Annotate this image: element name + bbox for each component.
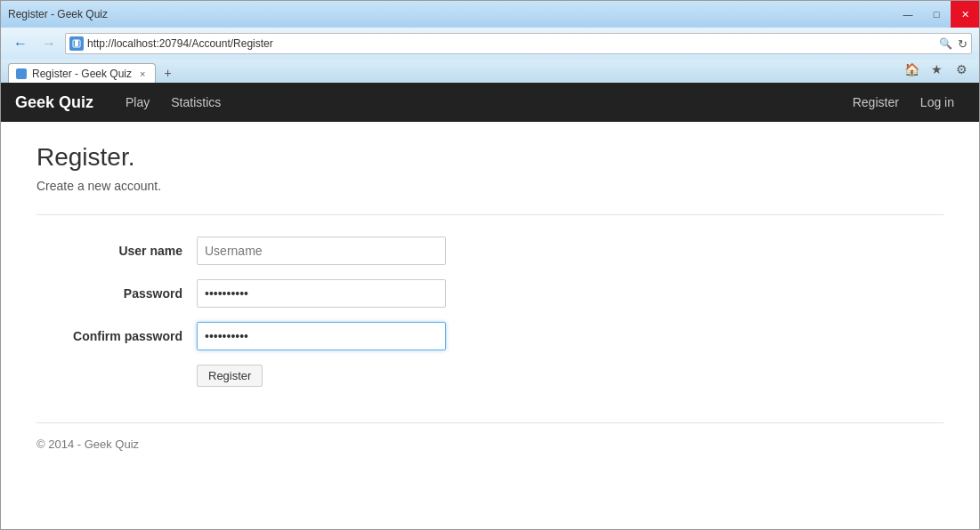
address-bar-row: ← → http://localhost:20794/Account/Regis…: [1, 28, 979, 60]
nav-link-statistics[interactable]: Statistics: [160, 83, 231, 122]
settings-icon[interactable]: ⚙: [951, 60, 972, 79]
new-tab-button[interactable]: +: [158, 63, 177, 83]
tab-favicon: [16, 68, 27, 79]
submit-row: Register: [72, 365, 944, 387]
confirm-password-row: Confirm password: [72, 322, 944, 350]
maximize-button[interactable]: □: [922, 1, 951, 28]
close-button[interactable]: ✕: [951, 1, 979, 28]
confirm-label: Confirm password: [72, 329, 197, 343]
nav-link-register[interactable]: Register: [842, 83, 910, 122]
active-tab[interactable]: Register - Geek Quiz ×: [8, 63, 156, 83]
tab-close-button[interactable]: ×: [137, 68, 148, 80]
nav-right: Register Log in: [842, 83, 965, 122]
brand-logo[interactable]: Geek Quiz: [15, 93, 93, 112]
submit-button[interactable]: Register: [197, 365, 263, 387]
top-divider: [36, 214, 944, 215]
tab-bar: Register - Geek Quiz × + 🏠 ★ ⚙: [1, 60, 979, 83]
password-label: Password: [72, 286, 197, 301]
page-subtitle: Create a new account.: [36, 179, 944, 193]
footer-divider: [36, 422, 944, 423]
username-label: User name: [72, 244, 197, 258]
minimize-button[interactable]: —: [894, 1, 922, 28]
password-row: Password: [72, 279, 944, 308]
nav-bar: Geek Quiz Play Statistics Register Log i…: [1, 83, 979, 122]
home-icon[interactable]: 🏠: [901, 60, 922, 79]
page-title: Register.: [36, 143, 944, 172]
address-field[interactable]: http://localhost:20794/Account/Register …: [65, 33, 972, 54]
username-row: User name: [72, 237, 944, 265]
refresh-icon[interactable]: ↻: [958, 37, 968, 51]
window-title: Register - Geek Quiz: [8, 8, 108, 20]
title-bar-controls: — □ ✕: [894, 1, 979, 28]
search-refresh-icon[interactable]: 🔍: [937, 37, 954, 50]
title-bar-left: Register - Geek Quiz: [8, 8, 894, 20]
svg-rect-1: [75, 43, 78, 46]
browser-window: Register - Geek Quiz — □ ✕ ← → http://lo…: [0, 0, 980, 530]
nav-link-play[interactable]: Play: [115, 83, 160, 122]
password-input[interactable]: [197, 279, 446, 308]
svg-rect-2: [75, 40, 78, 43]
address-icon: [69, 36, 84, 51]
username-input[interactable]: [197, 237, 446, 265]
forward-button[interactable]: →: [36, 31, 61, 56]
toolbar-right: 🏠 ★ ⚙: [901, 60, 972, 83]
register-form: User name Password Confirm password Regi…: [72, 237, 944, 401]
tab-title: Register - Geek Quiz: [32, 68, 132, 80]
back-button[interactable]: ←: [8, 31, 33, 56]
url-text: http://localhost:20794/Account/Register: [87, 37, 934, 50]
nav-link-login[interactable]: Log in: [910, 83, 965, 122]
footer-text: © 2014 - Geek Quiz: [36, 438, 944, 451]
confirm-password-input[interactable]: [197, 322, 446, 350]
title-bar: Register - Geek Quiz — □ ✕: [1, 1, 979, 28]
favorites-icon[interactable]: ★: [926, 60, 947, 79]
page-content: Register. Create a new account. User nam…: [1, 122, 979, 529]
